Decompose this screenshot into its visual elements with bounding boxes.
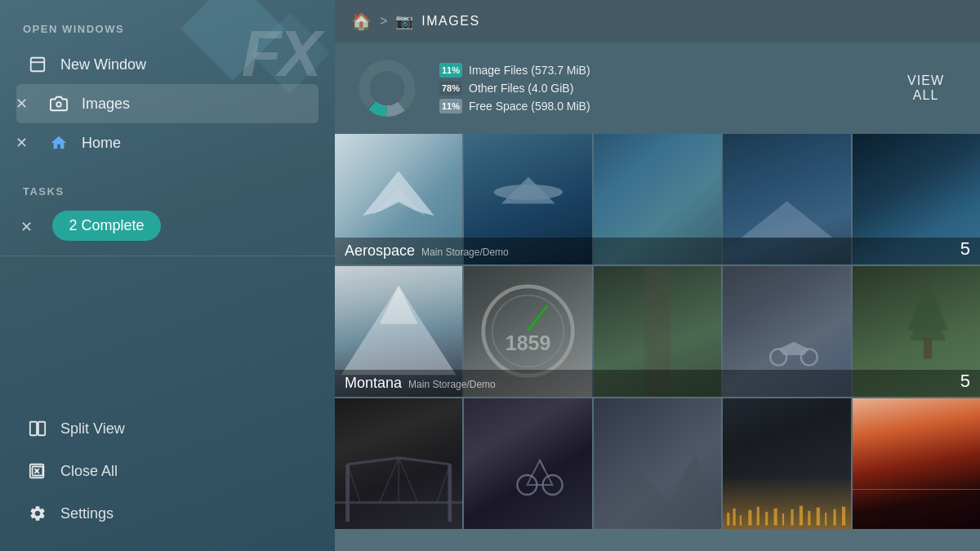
gallery-item-row3-1[interactable] <box>335 398 462 529</box>
svg-rect-48 <box>740 515 742 526</box>
camera-icon <box>47 92 70 115</box>
legend-images: 11% Image Files (573.7 MiB) <box>439 63 590 78</box>
svg-rect-50 <box>757 507 760 526</box>
storage-donut-chart <box>354 56 420 121</box>
close-all-label: Close All <box>60 463 118 480</box>
tasks-section: TASKS ✕ 2 Complete <box>0 162 335 241</box>
settings-icon <box>26 502 49 525</box>
svg-marker-20 <box>380 286 418 324</box>
legend-dot-free: 11% <box>439 99 462 113</box>
settings-label: Settings <box>60 505 114 522</box>
svg-rect-55 <box>800 506 803 526</box>
svg-line-44 <box>540 460 545 470</box>
close-home-button[interactable]: ✕ <box>11 133 31 153</box>
legend-dot-images: 11% <box>439 63 462 78</box>
settings-button[interactable]: Settings <box>16 492 318 535</box>
svg-rect-52 <box>774 509 777 526</box>
split-view-button[interactable]: Split View <box>16 407 318 450</box>
breadcrumb-separator: > <box>380 14 387 29</box>
sidebar-divider <box>0 256 335 256</box>
new-window-label: New Window <box>60 56 146 73</box>
svg-rect-60 <box>842 507 845 526</box>
legend-other: 78% Other Files (4.0 GiB) <box>439 81 590 96</box>
gallery-label-montana: Montana Main Storage/Demo 5 <box>335 370 980 397</box>
home-icon <box>47 131 70 154</box>
legend-images-label: Image Files (573.7 MiB) <box>469 64 590 77</box>
svg-rect-54 <box>791 509 794 526</box>
breadcrumb-camera-icon: 📷 <box>395 12 413 30</box>
sidebar-item-images[interactable]: ✕ Images <box>16 84 318 123</box>
close-all-icon <box>26 460 49 482</box>
svg-rect-30 <box>924 339 932 359</box>
image-grid: Aerospace Main Storage/Demo 5 <box>335 134 980 551</box>
sidebar-item-new-window[interactable]: New Window <box>16 45 318 84</box>
svg-marker-18 <box>741 202 833 238</box>
gallery-name-aerospace: Aerospace <box>345 242 415 260</box>
tasks-badge[interactable]: 2 Complete <box>52 211 160 241</box>
legend-dot-other: 78% <box>439 81 462 96</box>
svg-rect-58 <box>825 513 826 526</box>
svg-rect-57 <box>817 508 820 526</box>
legend-free-label: Free Space (598.0 MiB) <box>469 100 590 113</box>
svg-rect-59 <box>834 509 836 526</box>
window-icon <box>26 53 49 76</box>
svg-rect-3 <box>30 422 37 436</box>
gallery-name-montana: Montana <box>345 375 402 392</box>
gallery-row-aerospace: Aerospace Main Storage/Demo 5 <box>335 134 980 264</box>
svg-rect-56 <box>808 511 810 526</box>
gallery-label-aerospace: Aerospace Main Storage/Demo 5 <box>335 238 980 264</box>
storage-bar: 11% Image Files (573.7 MiB) 78% Other Fi… <box>335 42 980 134</box>
gallery-sub-montana: Main Storage/Demo <box>408 379 496 390</box>
main-content: 🏠 > 📷 IMAGES 11% Image Files (573.7 MiB) <box>335 0 980 551</box>
svg-rect-46 <box>727 513 729 526</box>
close-all-button[interactable]: Close All <box>16 450 318 492</box>
svg-point-2 <box>56 102 61 107</box>
legend-other-label: Other Files (4.0 GiB) <box>469 82 573 95</box>
home-label: Home <box>82 135 121 152</box>
sidebar: FX OPEN WINDOWS New Window ✕ Images <box>0 0 335 551</box>
split-view-label: Split View <box>60 420 125 438</box>
breadcrumb-home[interactable]: 🏠 <box>351 11 372 31</box>
legend-free: 11% Free Space (598.0 MiB) <box>439 99 590 113</box>
tasks-label: TASKS <box>16 185 318 198</box>
sidebar-item-home[interactable]: ✕ Home <box>16 123 318 162</box>
svg-line-24 <box>528 306 547 331</box>
svg-point-13 <box>370 71 404 105</box>
gallery-count-montana: 5 <box>960 371 970 392</box>
view-all-button[interactable]: VIEWALL <box>891 65 960 111</box>
svg-line-34 <box>399 458 450 464</box>
svg-marker-27 <box>778 342 809 355</box>
gallery-sub-aerospace: Main Storage/Demo <box>421 247 509 258</box>
svg-line-33 <box>348 458 399 464</box>
svg-rect-51 <box>765 512 768 526</box>
gallery-row-montana: 1859 <box>335 266 980 397</box>
svg-marker-43 <box>527 460 552 485</box>
split-icon <box>26 417 49 440</box>
breadcrumb-bar: 🏠 > 📷 IMAGES <box>335 0 980 42</box>
svg-rect-49 <box>748 510 751 526</box>
close-images-button[interactable]: ✕ <box>11 94 31 113</box>
svg-rect-4 <box>38 422 45 436</box>
svg-rect-53 <box>782 513 784 526</box>
bottom-section: Split View Close All Settings <box>0 407 335 551</box>
clear-tasks-button[interactable]: ✕ <box>16 217 36 237</box>
svg-marker-45 <box>594 451 721 528</box>
gallery-item-row3-5[interactable] <box>853 398 980 529</box>
svg-line-36 <box>348 464 361 503</box>
svg-rect-0 <box>31 58 45 72</box>
images-label: Images <box>82 96 130 113</box>
gallery-item-row3-2[interactable] <box>464 398 591 529</box>
gallery-row-3 <box>335 398 980 529</box>
svg-rect-47 <box>733 509 736 526</box>
svg-line-39 <box>399 458 417 503</box>
gallery-item-row3-3[interactable] <box>594 398 721 529</box>
svg-line-37 <box>380 458 399 503</box>
gallery-item-row3-4[interactable] <box>723 398 850 529</box>
breadcrumb-title: IMAGES <box>421 14 479 29</box>
svg-text:1859: 1859 <box>506 331 551 354</box>
storage-legend: 11% Image Files (573.7 MiB) 78% Other Fi… <box>439 63 590 113</box>
gallery-count-aerospace: 5 <box>960 238 970 260</box>
